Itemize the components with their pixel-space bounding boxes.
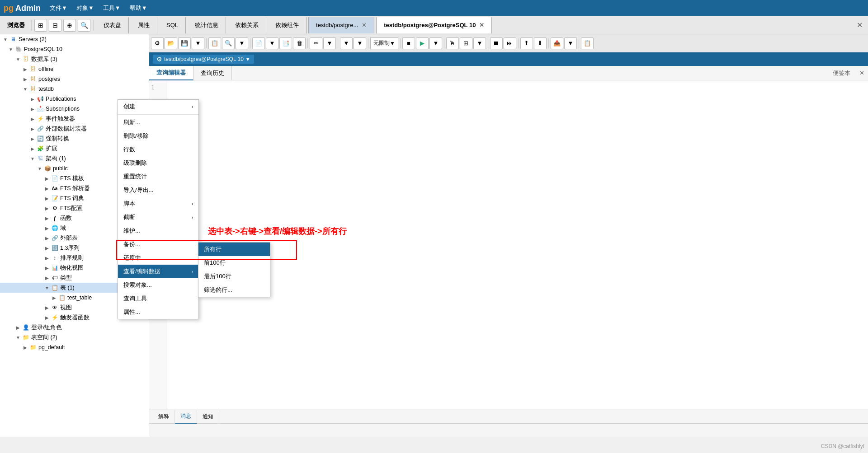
publications-icon: 📢	[36, 95, 44, 103]
qtb-run[interactable]: ▶	[416, 37, 429, 49]
menu-object[interactable]: 对象▼	[73, 2, 98, 14]
ctx-query-tool[interactable]: 查询工具	[118, 292, 198, 305]
ctx-cascade-delete[interactable]: 级联删除	[118, 156, 198, 170]
qtb-limit[interactable]: 无限制 ▼	[370, 37, 398, 49]
query-connection-label[interactable]: ⚙ testdb/postgres@PostgreSQL 10 ▼	[153, 55, 254, 64]
toolbar-icon-select[interactable]: ⊕	[63, 19, 76, 32]
ctx-view-edit-arrow: ›	[192, 269, 193, 274]
tab-query2[interactable]: testdb/postgres@PostgreSQL 10 ✕	[376, 17, 492, 33]
qtb-rollback[interactable]: ⏭	[504, 37, 516, 49]
line-number-1: 1	[151, 84, 165, 91]
trigger-funcs-icon: ⚡	[51, 313, 59, 322]
tree-servers[interactable]: ▼ 🖥 Servers (2)	[0, 34, 149, 44]
qtb-grid-dd[interactable]: ▼	[473, 37, 486, 49]
tree-testdb[interactable]: ▼ 🗄 testdb	[0, 84, 149, 94]
ctx-maintenance[interactable]: 维护...	[118, 224, 198, 238]
tree-tablespaces[interactable]: ▼ 📁 表空间 (2)	[0, 332, 149, 342]
toolbar-icon-grid[interactable]: ⊞	[34, 19, 47, 32]
tree-roles[interactable]: ▶ 👤 登录/组角色	[0, 322, 149, 332]
qtb-copy[interactable]: 📋	[208, 37, 221, 49]
bottom-tabs: 解释 消息 通知	[149, 410, 868, 424]
qtb-open[interactable]: 📂	[165, 37, 177, 49]
query-tab-bar: 查询编辑器 查询历史 便签本 ✕	[149, 66, 868, 80]
qtb-commit[interactable]: ⏹	[490, 37, 503, 49]
tab-dependents[interactable]: 依赖组件	[268, 17, 307, 33]
qtb-save[interactable]: 💾	[178, 37, 191, 49]
btab-messages[interactable]: 消息	[175, 410, 197, 424]
qtb-edit-dd[interactable]: ▼	[323, 37, 336, 49]
ctx-scripts[interactable]: 脚本 ›	[118, 197, 198, 210]
qtb-filter[interactable]: ▼	[340, 37, 353, 49]
tab-query-history[interactable]: 查询历史	[193, 66, 232, 80]
tree-postgres[interactable]: ▶ 🗄 postgres	[0, 74, 149, 84]
qtb-clipboard[interactable]: 📋	[581, 37, 594, 49]
sticky-note-label[interactable]: 便签本	[827, 69, 856, 77]
qtb-search-dd[interactable]: ▼	[236, 37, 248, 49]
tree-postgresql10[interactable]: ▼ 🐘 PostgreSQL 10	[0, 44, 149, 54]
browser-label: 浏览器	[4, 21, 28, 29]
tab-dependencies[interactable]: 依赖关系	[228, 17, 266, 33]
qtab-close[interactable]: ✕	[856, 70, 868, 76]
qtb-run-dd[interactable]: ▼	[429, 37, 442, 49]
ctx-backup[interactable]: 备份...	[118, 238, 198, 251]
submenu-first100[interactable]: 前100行	[198, 256, 270, 270]
ctx-properties[interactable]: 属性...	[118, 305, 198, 319]
ctx-search-objects[interactable]: 搜索对象...	[118, 278, 198, 292]
ctx-truncate[interactable]: 截断 ›	[118, 210, 198, 224]
btab-notifications[interactable]: 通知	[197, 410, 219, 424]
tab-statistics[interactable]: 统计信息	[188, 17, 226, 33]
qtb-new-dd[interactable]: ▼	[266, 37, 278, 49]
fts-template-icon: 📄	[51, 174, 59, 182]
ctx-delete[interactable]: 删除/移除	[118, 129, 198, 143]
ctx-rowcount[interactable]: 行数	[118, 143, 198, 156]
ctx-view-edit-data[interactable]: 查看/编辑数据 ›	[118, 265, 198, 278]
btab-explain[interactable]: 解释	[153, 410, 175, 424]
qtb-up[interactable]: ⬆	[520, 37, 533, 49]
submenu: 所有行 前100行 最后100行 筛选的行...	[198, 242, 270, 297]
tab-query-editor[interactable]: 查询编辑器	[149, 66, 193, 80]
toolbar-icon-search[interactable]: 🔍	[78, 19, 90, 32]
qtb-delete[interactable]: 🗑	[293, 37, 306, 49]
ctx-import-export[interactable]: 导入/导出...	[118, 183, 198, 197]
tab-close-1[interactable]: ✕	[362, 22, 367, 28]
ctx-create[interactable]: 创建 ›	[118, 100, 198, 113]
qtb-grid[interactable]: ⊞	[460, 37, 472, 49]
ctx-refresh[interactable]: 刷新...	[118, 116, 198, 129]
qtb-edit[interactable]: ✏	[310, 37, 322, 49]
qtb-copy2[interactable]: 📑	[279, 37, 292, 49]
qtb-filter-dd[interactable]: ▼	[354, 37, 366, 49]
postgresql-icon: 🐘	[14, 45, 23, 53]
menu-tools[interactable]: 工具▼	[99, 2, 124, 14]
tab-properties[interactable]: 属性	[131, 17, 157, 33]
qtb-search[interactable]: 🔍	[222, 37, 235, 49]
qtb-export[interactable]: 📤	[551, 37, 563, 49]
submenu-last100[interactable]: 最后100行	[198, 270, 270, 283]
submenu-all-rows[interactable]: 所有行	[198, 243, 270, 256]
qtb-save-dropdown[interactable]: ▼	[192, 37, 204, 49]
ctx-reset-stats[interactable]: 重置统计	[118, 170, 198, 183]
qtb-stop[interactable]: ■	[402, 37, 415, 49]
qtb-down[interactable]: ⬇	[534, 37, 547, 49]
window-close[interactable]: ✕	[857, 21, 863, 29]
editor-content[interactable]	[167, 80, 868, 410]
tree-pg-default[interactable]: ▶ 📁 pg_default	[0, 342, 149, 352]
qtb-export-dd[interactable]: ▼	[564, 37, 577, 49]
tables-icon: 📋	[51, 284, 59, 292]
qtb-cursor[interactable]: 🖱	[446, 37, 459, 49]
tab-query1[interactable]: testdb/postgre... ✕	[308, 17, 374, 33]
fts-dict-icon: 📝	[51, 194, 59, 202]
menu-file[interactable]: 文件▼	[46, 2, 71, 14]
tab-sql[interactable]: SQL	[159, 17, 186, 33]
tab-close-2[interactable]: ✕	[479, 22, 484, 28]
tab-dashboard[interactable]: 仪表盘	[96, 17, 129, 33]
qtb-settings[interactable]: ⚙	[151, 37, 164, 49]
submenu-filtered[interactable]: 筛选的行...	[198, 283, 270, 297]
tree-offline[interactable]: ▶ 🗄 offline	[0, 64, 149, 74]
toolbar-icon-table[interactable]: ⊟	[49, 19, 61, 32]
menu-help[interactable]: 帮助▼	[126, 2, 151, 14]
qtb-new[interactable]: 📄	[252, 37, 265, 49]
tree-databases[interactable]: ▼ 🗄 数据库 (3)	[0, 54, 149, 64]
ctx-restore[interactable]: 还原中	[118, 251, 198, 265]
sequences-icon: 🔢	[51, 244, 59, 252]
app-logo: pgAdmin	[4, 4, 41, 13]
